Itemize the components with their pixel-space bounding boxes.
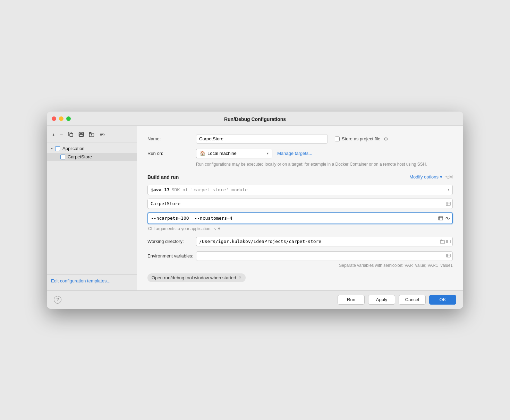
help-button[interactable]: ? [54, 296, 61, 304]
run-on-dropdown[interactable]: 🏠 Local machine ▾ [196, 149, 272, 158]
name-input[interactable] [196, 134, 328, 144]
save-icon [78, 132, 84, 137]
run-button[interactable]: Run [338, 295, 365, 305]
env-vars-icon[interactable] [446, 253, 451, 259]
cli-args-hint: CLI arguments to your application. ⌥R [148, 226, 453, 231]
svg-rect-2 [80, 132, 82, 134]
working-dir-input[interactable] [196, 237, 453, 246]
tree-application-item[interactable]: ▾ Application [47, 145, 137, 153]
maximize-button[interactable] [66, 116, 71, 121]
list-icon [446, 239, 451, 244]
store-as-project-checkbox[interactable] [335, 137, 340, 141]
env-vars-row: Environment variables: [147, 251, 453, 261]
tag-pill-label: Open run/debug tool window when started [152, 275, 236, 280]
sidebar-footer: Edit configuration templates... [47, 274, 137, 287]
sdk-description: SDK of 'carpet-store' module [172, 187, 248, 192]
titlebar: Run/Debug Configurations [47, 112, 463, 126]
name-row: Name: Store as project file ⚙ [147, 134, 453, 144]
dialog-title: Run/Debug Configurations [224, 116, 286, 122]
cli-args-input[interactable] [147, 212, 453, 224]
modify-options-button[interactable]: Modify options ▾ ⌥M [409, 174, 453, 180]
folder-browse-icon [440, 239, 445, 244]
sdk-row: java 17 SDK of 'carpet-store' module ▾ [147, 185, 453, 195]
main-content: + − [47, 126, 463, 290]
build-and-run-header: Build and run Modify options ▾ ⌥M [147, 174, 453, 180]
env-vars-hint: Separate variables with semicolon: VAR=v… [147, 263, 453, 268]
sort-button[interactable] [97, 131, 107, 139]
svg-rect-0 [70, 133, 73, 137]
apply-button[interactable]: Apply [368, 295, 395, 305]
name-label: Name: [147, 136, 196, 141]
args-list-icon [438, 216, 443, 221]
run-on-hint: Run configurations may be executed local… [196, 161, 453, 167]
modify-options-shortcut: ⌥M [444, 175, 453, 180]
working-dir-label: Working directory: [147, 239, 196, 244]
footer-right: Run Apply Cancel OK [338, 295, 456, 305]
cli-args-row [147, 212, 453, 224]
run-debug-tag-pill: Open run/debug tool window when started … [147, 273, 246, 282]
dialog-footer: ? Run Apply Cancel OK [47, 290, 463, 309]
main-class-icon-btn[interactable] [446, 201, 451, 206]
config-icon [60, 154, 66, 160]
tag-pill-container: Open run/debug tool window when started … [147, 273, 453, 282]
copy-config-button[interactable] [66, 131, 75, 139]
expand-icon [445, 216, 450, 221]
add-config-button[interactable]: + [50, 131, 57, 139]
env-list-icon [446, 253, 451, 258]
run-on-value: Local machine [207, 151, 237, 156]
dropdown-chevron-icon: ▾ [267, 151, 269, 155]
sort-icon [99, 132, 105, 137]
cancel-button[interactable]: Cancel [399, 295, 426, 305]
env-vars-input[interactable] [196, 251, 453, 261]
svg-rect-3 [79, 134, 83, 136]
env-vars-label: Environment variables: [147, 253, 196, 259]
svg-rect-12 [439, 217, 443, 220]
sidebar-toolbar: + − [47, 129, 137, 142]
run-debug-dialog: Run/Debug Configurations + − [47, 112, 463, 309]
chevron-down-icon: ▾ [440, 174, 442, 180]
home-icon: 🏠 [200, 151, 205, 156]
sdk-dropdown[interactable]: java 17 SDK of 'carpet-store' module ▾ [147, 185, 453, 195]
folder-icon [89, 132, 94, 137]
svg-rect-16 [447, 240, 450, 243]
minimize-button[interactable] [59, 116, 63, 121]
main-class-row [147, 199, 453, 209]
tree-application-label: Application [62, 146, 85, 151]
svg-rect-19 [447, 254, 450, 257]
application-icon [55, 146, 60, 151]
sdk-dropdown-arrow-icon: ▾ [448, 188, 450, 192]
form-area: Name: Store as project file ⚙ Run on: 🏠 … [137, 126, 463, 290]
collapse-arrow-icon: ▾ [51, 147, 53, 150]
main-class-input[interactable] [147, 199, 453, 209]
svg-rect-9 [446, 202, 450, 205]
ok-button[interactable]: OK [429, 295, 456, 305]
run-on-label: Run on: [147, 151, 196, 156]
save-config-button[interactable] [77, 131, 86, 139]
window-controls [52, 116, 71, 121]
tag-pill-close-button[interactable]: × [239, 275, 241, 280]
store-as-project-row: Store as project file ⚙ [335, 136, 388, 142]
close-button[interactable] [52, 116, 56, 121]
sidebar: + − [47, 126, 137, 290]
run-on-row: Run on: 🏠 Local machine ▾ Manage targets… [147, 149, 453, 158]
store-as-project-label: Store as project file [342, 136, 380, 141]
gear-icon[interactable]: ⚙ [384, 136, 388, 142]
browse-icon [446, 201, 451, 206]
edit-templates-link[interactable]: Edit configuration templates... [51, 278, 110, 283]
new-folder-button[interactable] [87, 131, 96, 139]
footer-left: ? [54, 296, 61, 304]
cli-args-icons[interactable] [438, 216, 450, 221]
copy-icon [68, 132, 74, 137]
remove-config-button[interactable]: − [58, 131, 65, 139]
sdk-version: java 17 [151, 187, 170, 192]
build-and-run-title: Build and run [147, 174, 179, 180]
working-dir-icons[interactable] [440, 239, 451, 244]
tree-carpetstore-label: CarpetStore [68, 154, 92, 159]
manage-targets-link[interactable]: Manage targets... [277, 151, 312, 156]
working-dir-row: Working directory: [147, 237, 453, 246]
tree-carpetstore-item[interactable]: CarpetStore [47, 153, 137, 161]
